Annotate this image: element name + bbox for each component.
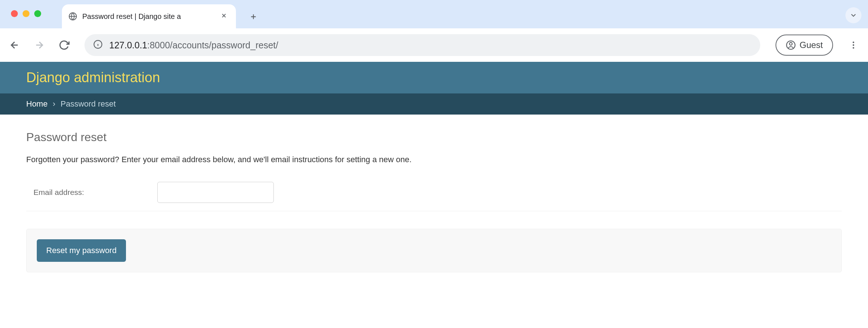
svg-point-5 xyxy=(853,44,854,46)
svg-point-6 xyxy=(853,47,854,48)
site-info-icon[interactable] xyxy=(93,40,103,51)
tabs-dropdown-button[interactable] xyxy=(845,7,861,23)
email-form-row: Email address: xyxy=(26,182,842,211)
url-path: :8000/accounts/password_reset/ xyxy=(147,40,278,51)
instructions-text: Forgotten your password? Enter your emai… xyxy=(26,155,842,164)
back-button[interactable] xyxy=(7,37,23,53)
site-header: Django administration xyxy=(0,62,868,93)
reload-button[interactable] xyxy=(56,37,72,53)
email-field[interactable] xyxy=(157,182,274,203)
breadcrumb-current: Password reset xyxy=(60,99,116,108)
svg-point-4 xyxy=(853,41,854,43)
breadcrumb-separator: › xyxy=(53,99,55,108)
browser-tab[interactable]: Password reset | Django site a xyxy=(62,4,236,28)
browser-tab-strip: Password reset | Django site a xyxy=(0,0,868,28)
window-minimize-button[interactable] xyxy=(23,10,29,17)
window-controls xyxy=(11,10,41,17)
breadcrumb: Home › Password reset xyxy=(0,93,868,115)
browser-menu-button[interactable] xyxy=(845,37,861,53)
address-bar[interactable]: 127.0.0.1:8000/accounts/password_reset/ xyxy=(84,34,760,56)
close-icon[interactable] xyxy=(218,9,229,23)
url-text: 127.0.0.1:8000/accounts/password_reset/ xyxy=(109,40,278,51)
forward-button[interactable] xyxy=(31,37,47,53)
site-title: Django administration xyxy=(26,70,842,85)
tab-title: Password reset | Django site a xyxy=(82,12,181,21)
window-maximize-button[interactable] xyxy=(34,10,41,17)
main-content: Password reset Forgotten your password? … xyxy=(0,115,868,288)
submit-row: Reset my password xyxy=(26,229,842,272)
url-host: 127.0.0.1 xyxy=(109,40,147,51)
page-title: Password reset xyxy=(26,131,842,144)
profile-button[interactable]: Guest xyxy=(776,35,833,56)
reset-password-button[interactable]: Reset my password xyxy=(37,239,126,262)
browser-toolbar: 127.0.0.1:8000/accounts/password_reset/ … xyxy=(0,28,868,62)
window-close-button[interactable] xyxy=(11,10,18,17)
svg-point-3 xyxy=(789,43,792,45)
profile-label: Guest xyxy=(800,40,823,50)
breadcrumb-home-link[interactable]: Home xyxy=(26,99,48,108)
email-label: Email address: xyxy=(26,188,157,197)
new-tab-button[interactable] xyxy=(247,10,260,23)
globe-icon xyxy=(68,12,77,21)
